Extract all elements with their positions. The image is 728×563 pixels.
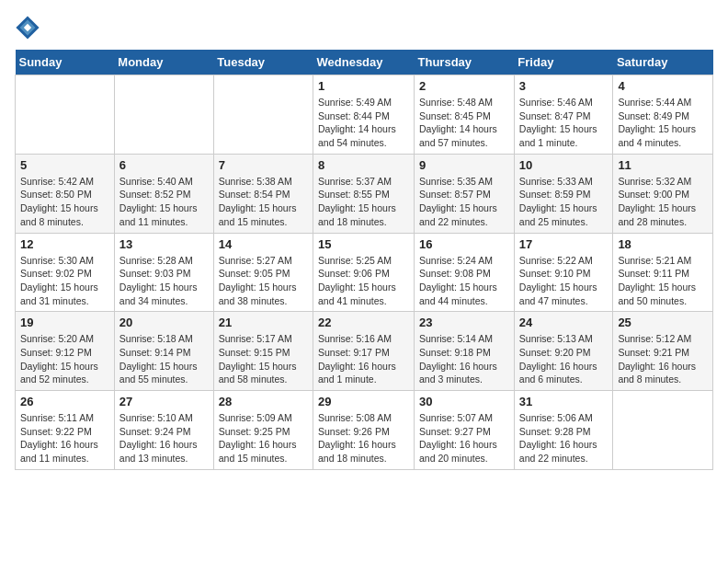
day-number: 10 xyxy=(519,158,609,172)
day-number: 5 xyxy=(20,158,109,172)
day-number: 21 xyxy=(219,316,308,329)
day-info: Sunrise: 5:07 AM Sunset: 9:27 PM Dayligh… xyxy=(419,411,509,465)
day-info: Sunrise: 5:09 AM Sunset: 9:25 PM Dayligh… xyxy=(219,411,308,465)
day-info: Sunrise: 5:46 AM Sunset: 8:47 PM Dayligh… xyxy=(519,96,609,150)
day-info: Sunrise: 5:30 AM Sunset: 9:02 PM Dayligh… xyxy=(20,254,109,308)
calendar-cell: 18Sunrise: 5:21 AM Sunset: 9:11 PM Dayli… xyxy=(613,233,713,312)
calendar-cell: 25Sunrise: 5:12 AM Sunset: 9:21 PM Dayli… xyxy=(613,312,713,391)
day-number: 22 xyxy=(318,316,409,329)
day-info: Sunrise: 5:18 AM Sunset: 9:14 PM Dayligh… xyxy=(119,332,209,386)
calendar-cell: 9Sunrise: 5:35 AM Sunset: 8:57 PM Daylig… xyxy=(415,154,515,233)
calendar-cell: 28Sunrise: 5:09 AM Sunset: 9:25 PM Dayli… xyxy=(213,391,313,470)
day-number: 3 xyxy=(519,79,609,93)
day-info: Sunrise: 5:40 AM Sunset: 8:52 PM Dayligh… xyxy=(119,175,209,229)
day-number: 24 xyxy=(519,316,609,329)
day-number: 28 xyxy=(219,395,308,408)
calendar-row-3: 19Sunrise: 5:20 AM Sunset: 9:12 PM Dayli… xyxy=(16,312,713,391)
calendar-row-0: 1Sunrise: 5:49 AM Sunset: 8:44 PM Daylig… xyxy=(16,75,713,155)
day-info: Sunrise: 5:12 AM Sunset: 9:21 PM Dayligh… xyxy=(618,332,708,386)
day-info: Sunrise: 5:48 AM Sunset: 8:45 PM Dayligh… xyxy=(419,96,509,150)
day-number: 7 xyxy=(219,158,308,172)
day-number: 19 xyxy=(20,316,109,329)
day-number: 8 xyxy=(318,158,409,172)
calendar-cell: 24Sunrise: 5:13 AM Sunset: 9:20 PM Dayli… xyxy=(514,312,613,391)
day-number: 27 xyxy=(119,395,209,408)
calendar-cell: 26Sunrise: 5:11 AM Sunset: 9:22 PM Dayli… xyxy=(16,391,115,470)
day-info: Sunrise: 5:08 AM Sunset: 9:26 PM Dayligh… xyxy=(318,411,409,465)
day-info: Sunrise: 5:14 AM Sunset: 9:18 PM Dayligh… xyxy=(419,332,509,386)
day-info: Sunrise: 5:49 AM Sunset: 8:44 PM Dayligh… xyxy=(318,96,409,150)
day-info: Sunrise: 5:11 AM Sunset: 9:22 PM Dayligh… xyxy=(20,411,109,465)
day-info: Sunrise: 5:16 AM Sunset: 9:17 PM Dayligh… xyxy=(318,332,409,386)
weekday-header-saturday: Saturday xyxy=(613,50,713,75)
day-info: Sunrise: 5:42 AM Sunset: 8:50 PM Dayligh… xyxy=(20,175,109,229)
calendar-cell: 13Sunrise: 5:28 AM Sunset: 9:03 PM Dayli… xyxy=(114,233,213,312)
calendar-table: SundayMondayTuesdayWednesdayThursdayFrid… xyxy=(15,50,713,470)
day-number: 11 xyxy=(618,158,708,172)
calendar-cell: 30Sunrise: 5:07 AM Sunset: 9:27 PM Dayli… xyxy=(415,391,515,470)
day-number: 20 xyxy=(119,316,209,329)
day-number: 16 xyxy=(419,237,509,251)
calendar-cell: 22Sunrise: 5:16 AM Sunset: 9:17 PM Dayli… xyxy=(313,312,415,391)
day-info: Sunrise: 5:35 AM Sunset: 8:57 PM Dayligh… xyxy=(419,175,509,229)
day-info: Sunrise: 5:33 AM Sunset: 8:59 PM Dayligh… xyxy=(519,175,609,229)
calendar-cell xyxy=(613,391,713,470)
day-info: Sunrise: 5:37 AM Sunset: 8:55 PM Dayligh… xyxy=(318,175,409,229)
day-number: 25 xyxy=(618,316,708,329)
day-number: 26 xyxy=(20,395,109,408)
day-number: 17 xyxy=(519,237,609,251)
calendar-cell: 19Sunrise: 5:20 AM Sunset: 9:12 PM Dayli… xyxy=(16,312,115,391)
calendar-row-2: 12Sunrise: 5:30 AM Sunset: 9:02 PM Dayli… xyxy=(16,233,713,312)
calendar-cell xyxy=(114,75,213,155)
calendar-cell: 15Sunrise: 5:25 AM Sunset: 9:06 PM Dayli… xyxy=(313,233,415,312)
day-info: Sunrise: 5:21 AM Sunset: 9:11 PM Dayligh… xyxy=(618,254,708,308)
day-info: Sunrise: 5:24 AM Sunset: 9:08 PM Dayligh… xyxy=(419,254,509,308)
calendar-cell: 6Sunrise: 5:40 AM Sunset: 8:52 PM Daylig… xyxy=(114,154,213,233)
day-info: Sunrise: 5:44 AM Sunset: 8:49 PM Dayligh… xyxy=(618,96,708,150)
calendar-cell: 27Sunrise: 5:10 AM Sunset: 9:24 PM Dayli… xyxy=(114,391,213,470)
day-number: 30 xyxy=(419,395,509,408)
page-header xyxy=(15,15,713,40)
calendar-cell: 14Sunrise: 5:27 AM Sunset: 9:05 PM Dayli… xyxy=(213,233,313,312)
calendar-cell: 17Sunrise: 5:22 AM Sunset: 9:10 PM Dayli… xyxy=(514,233,613,312)
weekday-header-friday: Friday xyxy=(514,50,613,75)
day-number: 14 xyxy=(219,237,308,251)
calendar-cell: 12Sunrise: 5:30 AM Sunset: 9:02 PM Dayli… xyxy=(16,233,115,312)
calendar-cell: 20Sunrise: 5:18 AM Sunset: 9:14 PM Dayli… xyxy=(114,312,213,391)
day-number: 6 xyxy=(119,158,209,172)
weekday-header-wednesday: Wednesday xyxy=(313,50,415,75)
calendar-cell: 3Sunrise: 5:46 AM Sunset: 8:47 PM Daylig… xyxy=(514,75,613,155)
calendar-cell: 1Sunrise: 5:49 AM Sunset: 8:44 PM Daylig… xyxy=(313,75,415,155)
day-info: Sunrise: 5:32 AM Sunset: 9:00 PM Dayligh… xyxy=(618,175,708,229)
day-info: Sunrise: 5:25 AM Sunset: 9:06 PM Dayligh… xyxy=(318,254,409,308)
calendar-row-4: 26Sunrise: 5:11 AM Sunset: 9:22 PM Dayli… xyxy=(16,391,713,470)
weekday-header-sunday: Sunday xyxy=(16,50,115,75)
day-number: 15 xyxy=(318,237,409,251)
day-number: 13 xyxy=(119,237,209,251)
day-number: 29 xyxy=(318,395,409,408)
day-number: 18 xyxy=(618,237,708,251)
day-number: 12 xyxy=(20,237,109,251)
calendar-cell: 23Sunrise: 5:14 AM Sunset: 9:18 PM Dayli… xyxy=(415,312,515,391)
calendar-cell xyxy=(16,75,115,155)
day-info: Sunrise: 5:13 AM Sunset: 9:20 PM Dayligh… xyxy=(519,332,609,386)
calendar-cell: 11Sunrise: 5:32 AM Sunset: 9:00 PM Dayli… xyxy=(613,154,713,233)
day-info: Sunrise: 5:27 AM Sunset: 9:05 PM Dayligh… xyxy=(219,254,308,308)
weekday-header-tuesday: Tuesday xyxy=(213,50,313,75)
calendar-cell: 29Sunrise: 5:08 AM Sunset: 9:26 PM Dayli… xyxy=(313,391,415,470)
calendar-row-1: 5Sunrise: 5:42 AM Sunset: 8:50 PM Daylig… xyxy=(16,154,713,233)
calendar-cell: 7Sunrise: 5:38 AM Sunset: 8:54 PM Daylig… xyxy=(213,154,313,233)
calendar-cell: 8Sunrise: 5:37 AM Sunset: 8:55 PM Daylig… xyxy=(313,154,415,233)
logo xyxy=(15,15,44,40)
day-info: Sunrise: 5:06 AM Sunset: 9:28 PM Dayligh… xyxy=(519,411,609,465)
calendar-cell: 5Sunrise: 5:42 AM Sunset: 8:50 PM Daylig… xyxy=(16,154,115,233)
calendar-cell: 31Sunrise: 5:06 AM Sunset: 9:28 PM Dayli… xyxy=(514,391,613,470)
calendar-cell: 21Sunrise: 5:17 AM Sunset: 9:15 PM Dayli… xyxy=(213,312,313,391)
weekday-header-monday: Monday xyxy=(114,50,213,75)
calendar-cell: 16Sunrise: 5:24 AM Sunset: 9:08 PM Dayli… xyxy=(415,233,515,312)
day-number: 23 xyxy=(419,316,509,329)
weekday-header-row: SundayMondayTuesdayWednesdayThursdayFrid… xyxy=(16,50,713,75)
day-number: 9 xyxy=(419,158,509,172)
day-number: 1 xyxy=(318,79,409,93)
day-info: Sunrise: 5:22 AM Sunset: 9:10 PM Dayligh… xyxy=(519,254,609,308)
